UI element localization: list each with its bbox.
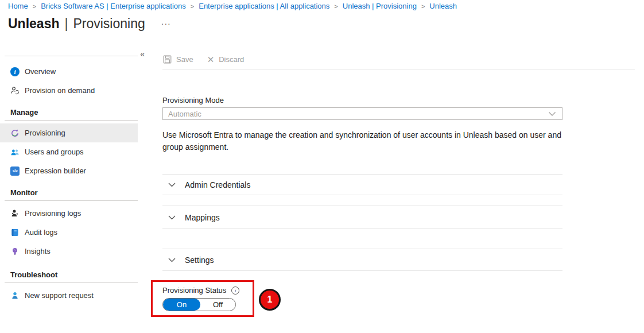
sidebar-item-label: Provisioning logs xyxy=(25,209,81,218)
chevron-down-icon xyxy=(167,180,176,189)
sidebar-item-expression-builder[interactable]: </> Expression builder xyxy=(0,161,138,180)
lightbulb-icon xyxy=(10,247,20,256)
breadcrumb-unleash-provisioning[interactable]: Unleash | Provisioning xyxy=(343,2,417,10)
page-title-divider: | xyxy=(64,16,68,32)
breadcrumb-unleash[interactable]: Unleash xyxy=(429,2,457,10)
sidebar-item-label: Provisioning xyxy=(25,129,65,137)
audit-book-icon xyxy=(10,228,20,237)
sidebar-item-label: Insights xyxy=(25,247,51,255)
more-actions-icon[interactable]: ··· xyxy=(161,19,171,28)
discard-button[interactable]: ✕ Discard xyxy=(207,55,245,64)
person-logs-icon xyxy=(10,209,20,218)
sidebar-section-monitor: Monitor xyxy=(5,184,138,201)
sidebar-item-provisioning-logs[interactable]: Provisioning logs xyxy=(0,204,138,223)
sidebar-item-overview[interactable]: i Overview xyxy=(0,62,138,81)
chevron-down-icon xyxy=(548,109,557,118)
annotation-highlight-box: Provisioning Status i On Off xyxy=(151,280,254,317)
provisioning-status-label: Provisioning Status xyxy=(162,286,226,295)
sidebar-item-label: Users and groups xyxy=(25,148,84,156)
chevron-down-icon xyxy=(167,255,176,265)
provisioning-status-toggle: On Off xyxy=(162,298,236,311)
sidebar-item-label: Expression builder xyxy=(25,166,86,175)
provisioning-mode-dropdown[interactable]: Automatic xyxy=(162,107,562,120)
provisioning-mode-label: Provisioning Mode xyxy=(162,96,562,104)
page-title: Unleash | Provisioning ··· xyxy=(8,16,171,32)
code-icon: </> xyxy=(10,166,20,176)
main-content: Save ✕ Discard Provisioning Mode Automat… xyxy=(162,49,635,271)
discard-x-icon: ✕ xyxy=(207,55,215,64)
discard-button-label: Discard xyxy=(219,55,244,64)
section-label: Admin Credentials xyxy=(185,180,250,189)
save-button-label: Save xyxy=(176,55,193,64)
section-label: Settings xyxy=(185,255,214,265)
annotation-step-badge: 1 xyxy=(259,289,281,311)
section-mappings[interactable]: Mappings xyxy=(162,206,562,229)
provisioning-description: Use Microsoft Entra to manage the creati… xyxy=(162,129,562,153)
sidebar: « i Overview Provision on demand Manage … xyxy=(0,49,149,305)
sidebar-item-provisioning[interactable]: Provisioning xyxy=(0,123,138,142)
save-icon xyxy=(162,55,172,64)
sidebar-divider xyxy=(5,56,138,56)
support-person-icon xyxy=(10,291,20,300)
breadcrumb-separator: > xyxy=(334,3,337,10)
sidebar-item-provision-on-demand[interactable]: Provision on demand xyxy=(0,81,138,100)
sidebar-item-label: Audit logs xyxy=(25,228,57,237)
command-bar: Save ✕ Discard xyxy=(162,49,635,70)
sidebar-item-label: Provision on demand xyxy=(25,86,95,95)
page-title-blade-name: Provisioning xyxy=(73,16,145,32)
sidebar-item-label: New support request xyxy=(25,291,94,300)
sidebar-item-audit-logs[interactable]: Audit logs xyxy=(0,223,138,242)
breadcrumb: Home > Bricks Software AS | Enterprise a… xyxy=(8,2,457,10)
save-button[interactable]: Save xyxy=(162,55,193,64)
sidebar-collapse-icon[interactable]: « xyxy=(140,49,145,59)
sidebar-item-new-support-request[interactable]: New support request xyxy=(0,286,138,305)
section-settings[interactable]: Settings xyxy=(162,249,562,271)
page-title-app-name: Unleash xyxy=(8,16,59,32)
sidebar-item-insights[interactable]: Insights xyxy=(0,242,138,261)
breadcrumb-separator: > xyxy=(33,3,36,10)
sidebar-section-troubleshoot: Troubleshoot xyxy=(5,266,138,283)
sync-icon xyxy=(10,129,20,138)
entra-provisioning-page: Home > Bricks Software AS | Enterprise a… xyxy=(0,0,644,333)
sidebar-item-users-and-groups[interactable]: Users and groups xyxy=(0,142,138,161)
person-sync-icon xyxy=(10,86,20,95)
info-icon[interactable]: i xyxy=(231,286,239,295)
section-admin-credentials[interactable]: Admin Credentials xyxy=(162,174,562,195)
sidebar-section-manage: Manage xyxy=(5,104,138,121)
breadcrumb-separator: > xyxy=(191,3,194,10)
people-icon xyxy=(10,148,20,157)
section-label: Mappings xyxy=(185,213,220,222)
toggle-off-button[interactable]: Off xyxy=(200,300,235,309)
info-icon: i xyxy=(10,67,20,76)
toggle-on-button[interactable]: On xyxy=(163,299,200,311)
chevron-down-icon xyxy=(167,213,176,222)
sidebar-item-label: Overview xyxy=(25,67,56,76)
breadcrumb-enterprise-apps[interactable]: Bricks Software AS | Enterprise applicat… xyxy=(41,2,186,10)
breadcrumb-separator: > xyxy=(421,3,425,10)
breadcrumb-home[interactable]: Home xyxy=(8,2,28,10)
breadcrumb-all-applications[interactable]: Enterprise applications | All applicatio… xyxy=(199,2,329,10)
provisioning-mode-value: Automatic xyxy=(168,110,201,118)
